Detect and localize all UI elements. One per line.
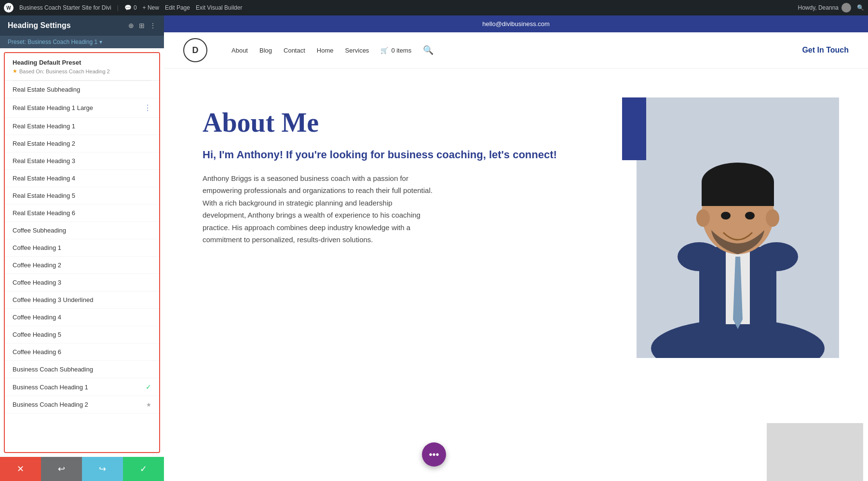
nav-links: About Blog Contact Home Services 🛒 0 ite… (231, 45, 434, 55)
admin-new[interactable]: + New (143, 4, 159, 11)
star-icon: ★ (146, 401, 151, 408)
about-section: About Me Hi, I'm Anthony! If you're look… (164, 69, 868, 481)
svg-point-13 (755, 242, 798, 271)
panel-header: Heading Settings ⊕ ⊞ ⋮ (0, 15, 164, 36)
panel-icon-more[interactable]: ⋮ (149, 22, 156, 29)
dropdown-default-title: Heading Default Preset (13, 59, 151, 66)
wp-logo[interactable]: W (4, 3, 14, 13)
preset-arrow: ▾ (99, 39, 102, 45)
about-heading: About Me (203, 107, 608, 138)
admin-howdy: Howdy, Deanna (798, 3, 852, 13)
admin-comments[interactable]: 💬 0 (124, 4, 137, 11)
admin-sep1: | (117, 4, 119, 11)
panel-bottom-toolbar: ✕ ↩ ↪ ✓ (0, 457, 164, 481)
nav-search-icon[interactable]: 🔍 (423, 45, 434, 55)
site-topbar: hello@divibusiness.com (164, 15, 868, 32)
admin-site-name[interactable]: Business Coach Starter Site for Divi (19, 4, 111, 11)
cart-icon: 🛒 (380, 47, 388, 54)
left-panel: Heading Settings ⊕ ⊞ ⋮ Preset: Business … (0, 15, 164, 481)
nav-blog[interactable]: Blog (259, 47, 272, 54)
fab-button[interactable]: ••• (422, 442, 446, 467)
nav-cta[interactable]: Get In Touch (802, 46, 849, 55)
list-item[interactable]: Real Estate Heading 5 (5, 187, 159, 205)
star-icon-default: ★ (13, 68, 17, 74)
admin-bar-right: Howdy, Deanna 🔍 (798, 3, 865, 13)
comment-icon: 💬 (124, 4, 132, 11)
svg-point-8 (696, 209, 710, 227)
preset-label: Preset: Business Coach Heading 1 (8, 39, 97, 45)
list-item[interactable]: Coffee Heading 1 (5, 239, 159, 257)
admin-search-icon[interactable]: 🔍 (857, 4, 864, 11)
admin-exit-builder[interactable]: Exit Visual Builder (196, 4, 243, 11)
about-subheading: Hi, I'm Anthony! If you're looking for b… (203, 148, 608, 163)
panel-icon-grid[interactable]: ⊞ (139, 22, 145, 29)
panel-header-icons: ⊕ ⊞ ⋮ (128, 22, 156, 29)
comments-count: 0 (134, 4, 137, 11)
topbar-email[interactable]: hello@divibusiness.com (482, 20, 550, 27)
website-preview: hello@divibusiness.com D About Blog Cont… (164, 15, 868, 481)
nav-home[interactable]: Home (317, 47, 334, 54)
list-item[interactable]: Coffee Heading 4 (5, 309, 159, 326)
list-item[interactable]: Coffee Heading 5 (5, 326, 159, 344)
panel-icon-target[interactable]: ⊕ (128, 22, 134, 29)
undo-button[interactable]: ↩ (41, 457, 82, 481)
list-item[interactable]: Coffee Heading 6 (5, 344, 159, 361)
admin-edit-page[interactable]: Edit Page (165, 4, 190, 11)
panel-preset-bar[interactable]: Preset: Business Coach Heading 1 ▾ (0, 36, 164, 48)
list-item[interactable]: Real Estate Heading 1 (5, 118, 159, 135)
site-logo[interactable]: D (183, 38, 207, 62)
list-item[interactable]: Coffee Heading 3 (5, 274, 159, 291)
about-photo (637, 97, 839, 358)
svg-point-9 (766, 209, 779, 227)
about-right (637, 97, 839, 452)
cart-count: 0 items (391, 47, 411, 54)
panel-title: Heading Settings (8, 21, 71, 30)
close-button[interactable]: ✕ (0, 457, 41, 481)
list-item[interactable]: Business Coach Heading 2 ★ (5, 396, 159, 413)
panel-dropdown[interactable]: Heading Default Preset ★ Based On: Busin… (4, 52, 160, 453)
svg-point-11 (745, 212, 755, 220)
main-area: Heading Settings ⊕ ⊞ ⋮ Preset: Business … (0, 15, 868, 481)
dropdown-default-section: Heading Default Preset ★ Based On: Busin… (5, 53, 159, 81)
list-item[interactable]: Real Estate Heading 4 (5, 170, 159, 187)
site-content: About Me Hi, I'm Anthony! If you're look… (164, 69, 868, 481)
nav-contact[interactable]: Contact (284, 47, 305, 54)
list-item[interactable]: Real Estate Heading 3 (5, 152, 159, 170)
nav-about[interactable]: About (231, 47, 248, 54)
blue-accent-block (622, 97, 646, 160)
svg-point-10 (721, 212, 731, 220)
check-icon: ✓ (146, 383, 151, 391)
nav-services[interactable]: Services (345, 47, 369, 54)
about-left: About Me Hi, I'm Anthony! If you're look… (203, 97, 608, 452)
nav-cart[interactable]: 🛒 0 items (380, 47, 411, 54)
gray-decoration-box (767, 423, 863, 481)
save-button[interactable]: ✓ (123, 457, 164, 481)
list-item[interactable]: Real Estate Heading 6 (5, 205, 159, 222)
redo-button[interactable]: ↪ (82, 457, 123, 481)
site-nav: D About Blog Contact Home Services 🛒 0 i… (164, 32, 868, 69)
svg-rect-7 (702, 182, 774, 206)
list-item[interactable]: Coffee Heading 2 (5, 257, 159, 274)
dots-icon: ⋮ (144, 103, 151, 112)
list-item-active[interactable]: Business Coach Heading 1 ✓ (5, 378, 159, 396)
list-item[interactable]: Coffee Subheading (5, 222, 159, 239)
svg-point-12 (678, 242, 721, 271)
list-item[interactable]: Real Estate Heading 1 Large ⋮ (5, 98, 159, 118)
admin-avatar (841, 3, 851, 13)
admin-bar: W Business Coach Starter Site for Divi |… (0, 0, 868, 15)
list-item[interactable]: Real Estate Subheading (5, 81, 159, 98)
list-item[interactable]: Coffee Heading 3 Underlined (5, 291, 159, 309)
dropdown-default-sub: ★ Based On: Business Coach Heading 2 (13, 68, 151, 74)
dropdown-list: Real Estate Subheading Real Estate Headi… (5, 81, 159, 413)
about-body: Anthony Briggs is a seasoned business co… (203, 172, 434, 246)
list-item[interactable]: Real Estate Heading 2 (5, 135, 159, 152)
list-item[interactable]: Business Coach Subheading (5, 361, 159, 378)
